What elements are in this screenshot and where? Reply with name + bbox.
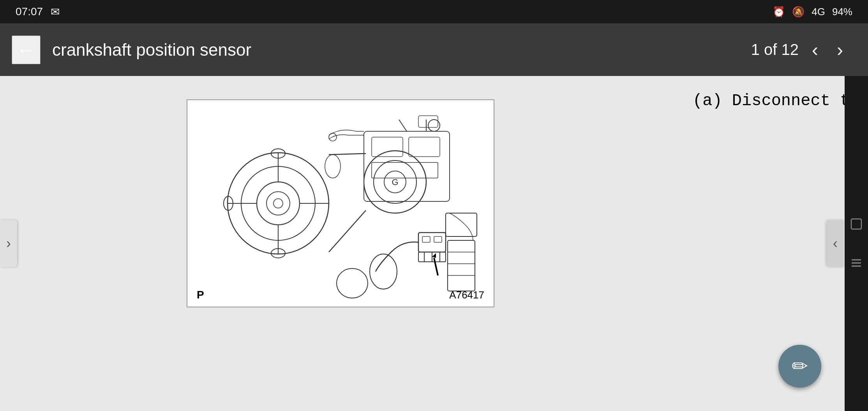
mail-icon: ✉	[51, 5, 60, 18]
status-time: 07:07	[16, 5, 43, 18]
left-collapse-handle[interactable]: ›	[0, 220, 17, 267]
fab-edit-button[interactable]: ✏	[778, 345, 821, 388]
svg-rect-45	[851, 219, 861, 229]
diagram-label-p: P	[197, 289, 204, 301]
nav-lines-button[interactable]	[849, 255, 864, 271]
right-handle-chevron-icon: ‹	[833, 235, 838, 252]
right-collapse-handle[interactable]: ‹	[827, 220, 844, 267]
search-pagination: 1 of 12 ‹ ›	[751, 36, 849, 64]
prev-arrow-button[interactable]: ‹	[806, 36, 824, 64]
nav-bar: ← 1 of 12 ‹ ›	[0, 23, 868, 76]
next-arrow-button[interactable]: ›	[831, 36, 849, 64]
engine-diagram: G	[191, 104, 490, 303]
mute-icon: 🔕	[792, 6, 804, 18]
svg-text:G: G	[392, 177, 398, 187]
disconnect-text: (a) Disconnect t	[693, 92, 850, 110]
diagram-label-code: A76417	[449, 289, 484, 301]
menu-lines-icon	[849, 256, 863, 270]
status-bar-right: ⏰ 🔕 4G 94%	[773, 6, 852, 18]
main-content: ›	[0, 76, 868, 411]
android-nav-bar	[845, 76, 868, 411]
left-panel: ›	[0, 76, 681, 411]
signal-icon: 4G	[812, 6, 825, 18]
nav-square-button[interactable]	[849, 216, 864, 232]
status-bar: 07:07 ✉ ⏰ 🔕 4G 94%	[0, 0, 868, 23]
search-input-container	[52, 40, 739, 60]
pagination-text: 1 of 12	[751, 41, 799, 58]
left-handle-chevron-icon: ›	[6, 235, 11, 252]
back-button[interactable]: ←	[12, 35, 41, 64]
search-input[interactable]	[52, 40, 739, 60]
alarm-icon: ⏰	[773, 6, 785, 18]
edit-icon: ✏	[792, 355, 808, 377]
square-icon	[849, 217, 863, 231]
status-bar-left: 07:07 ✉	[16, 5, 60, 18]
battery-icon: 94%	[832, 6, 852, 18]
diagram-container: G	[187, 99, 494, 307]
